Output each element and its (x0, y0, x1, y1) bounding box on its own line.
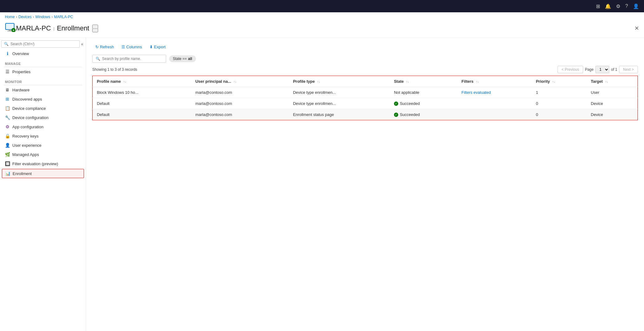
grid-icon[interactable]: ⊞ (596, 3, 600, 9)
sidebar-item-recovery-keys[interactable]: 🔒 Recovery keys (0, 131, 86, 141)
sort-priority[interactable]: ↑↓ (552, 80, 555, 83)
sidebar-item-device-configuration[interactable]: 🔧 Device configuration (0, 113, 86, 122)
user-icon[interactable]: 👤 (633, 3, 639, 9)
cell-priority: 0 (531, 109, 586, 120)
success-dot: ✓ (394, 113, 398, 117)
page-label: Page (585, 67, 594, 72)
cell-priority: 1 (531, 87, 586, 98)
gear-icon[interactable]: ⚙ (616, 3, 620, 9)
next-button[interactable]: Next > (619, 66, 638, 73)
cell-profile-name: Default (93, 98, 191, 109)
state-filter-pill[interactable]: State == all (169, 55, 196, 62)
filters-link[interactable]: Filters evaluated (462, 90, 491, 95)
sidebar-manage-section: Manage (0, 58, 86, 67)
sidebar-discovered-apps-label: Discovered apps (12, 97, 42, 102)
col-filters[interactable]: Filters ↑↓ (457, 76, 532, 87)
col-state[interactable]: State ↑↓ (390, 76, 457, 87)
cell-state: ✓Succeeded (390, 109, 457, 120)
cell-priority: 0 (531, 98, 586, 109)
table-row[interactable]: Defaultmarla@contoso.comDevice type enro… (93, 98, 638, 109)
help-icon[interactable]: ? (625, 3, 628, 9)
sort-profile-name[interactable]: ↑↓ (123, 80, 126, 83)
export-button[interactable]: ⬇ Export (146, 43, 169, 51)
sidebar-item-managed-apps[interactable]: 🌿 Managed Apps (0, 150, 86, 159)
top-navigation-bar: ⊞ 🔔 ⚙ ? 👤 (0, 0, 644, 12)
sidebar-managed-apps-label: Managed Apps (12, 152, 39, 157)
cell-profile-type: Enrollment status page (289, 109, 390, 120)
sidebar-config-label: Device configuration (12, 115, 49, 120)
sidebar-item-hardware[interactable]: 🖥 Hardware (0, 85, 86, 94)
sidebar-properties-label: Properties (12, 70, 30, 74)
sidebar-item-user-experience[interactable]: 👤 User experience (0, 141, 86, 150)
filter-value: all (188, 57, 192, 61)
properties-icon: ☰ (5, 69, 10, 74)
breadcrumb-device[interactable]: MARLA-PC (54, 15, 73, 19)
breadcrumb-home[interactable]: Home (5, 15, 15, 19)
recovery-icon: 🔒 (5, 134, 10, 138)
sidebar-item-discovered-apps[interactable]: ⊞ Discovered apps (0, 94, 86, 104)
cell-profile-name: Block Windows 10 ho... (93, 87, 191, 98)
sidebar-search-box[interactable]: 🔍 (1, 40, 80, 48)
breadcrumb-devices[interactable]: Devices (18, 15, 32, 19)
cell-filters (457, 109, 532, 120)
device-icon: + (5, 23, 16, 34)
close-button[interactable]: ✕ (634, 25, 639, 32)
title-separator: | (54, 26, 54, 31)
sort-target[interactable]: ↑↓ (605, 80, 608, 83)
col-user-principal-name[interactable]: User principal na... ↑↓ (191, 76, 288, 87)
sidebar-item-device-compliance[interactable]: 📋 Device compliance (0, 104, 86, 113)
col-profile-name[interactable]: Profile name ↑↓ (93, 76, 191, 87)
col-target[interactable]: Target ↑↓ (586, 76, 638, 87)
discovered-apps-icon: ⊞ (5, 97, 10, 102)
sidebar-compliance-label: Device compliance (12, 106, 46, 111)
pagination: < Previous Page 1 of 1 Next > (558, 66, 638, 73)
svg-text:+: + (13, 29, 14, 32)
filter-bar: 🔍 State == all (92, 55, 638, 63)
refresh-button[interactable]: ↻ Refresh (92, 43, 117, 51)
sidebar-overview-label: Overview (12, 51, 29, 56)
sidebar-item-properties[interactable]: ☰ Properties (0, 67, 86, 76)
sidebar-item-app-configuration[interactable]: ⚙ App configuration (0, 122, 86, 131)
sidebar-collapse-button[interactable]: « (80, 40, 85, 48)
columns-icon: ☰ (121, 45, 125, 49)
previous-button[interactable]: < Previous (558, 66, 583, 73)
more-options-button[interactable]: ··· (92, 25, 98, 32)
table-row[interactable]: Defaultmarla@contoso.comEnrollment statu… (93, 109, 638, 120)
sidebar-filter-eval-label: Filter evaluation (preview) (12, 162, 58, 166)
sidebar-item-overview[interactable]: ℹ Overview (0, 49, 86, 58)
status-success: ✓Succeeded (394, 101, 453, 106)
config-icon: 🔧 (5, 115, 10, 120)
breadcrumb-sep3: › (51, 15, 53, 19)
export-icon: ⬇ (149, 45, 153, 49)
sidebar-hardware-label: Hardware (12, 88, 30, 92)
sort-profile-type[interactable]: ↑↓ (317, 80, 320, 83)
profile-search-box[interactable]: 🔍 (92, 55, 166, 63)
profile-search-input[interactable] (102, 57, 163, 61)
sort-filters[interactable]: ↑↓ (476, 80, 479, 83)
success-dot: ✓ (394, 102, 398, 106)
table-row[interactable]: Block Windows 10 ho...marla@contoso.comD… (93, 87, 638, 98)
cell-filters[interactable]: Filters evaluated (457, 87, 532, 98)
cell-user-principal-name: marla@contoso.com (191, 98, 288, 109)
page-name: Enrollment (57, 24, 89, 32)
columns-button[interactable]: ☰ Columns (118, 43, 145, 51)
app-config-icon: ⚙ (5, 124, 10, 129)
col-profile-type[interactable]: Profile type ↑↓ (289, 76, 390, 87)
breadcrumb-windows[interactable]: Windows (35, 15, 50, 19)
state-text: Succeeded (400, 112, 420, 117)
sidebar-app-config-label: App configuration (12, 125, 43, 129)
cell-state: ✓Succeeded (390, 98, 457, 109)
sidebar-item-enrollment[interactable]: 📊 Enrollment (2, 169, 84, 178)
of-label: of 1 (611, 67, 617, 72)
bell-icon[interactable]: 🔔 (605, 3, 611, 9)
col-priority[interactable]: Priority ↑↓ (531, 76, 586, 87)
sidebar: 🔍 « ℹ Overview Manage ☰ Properties Monit… (0, 38, 86, 331)
sort-user-principal[interactable]: ↑↓ (233, 80, 237, 83)
page-select[interactable]: 1 (595, 66, 609, 73)
sidebar-item-filter-evaluation[interactable]: 🔲 Filter evaluation (preview) (0, 159, 86, 168)
managed-apps-icon: 🌿 (5, 152, 10, 157)
enrollment-table: Profile name ↑↓ User principal na... ↑↓ … (92, 76, 638, 120)
sidebar-monitor-section: Monitor (0, 76, 86, 85)
sidebar-search-input[interactable] (10, 42, 77, 46)
sort-state[interactable]: ↑↓ (406, 80, 409, 83)
